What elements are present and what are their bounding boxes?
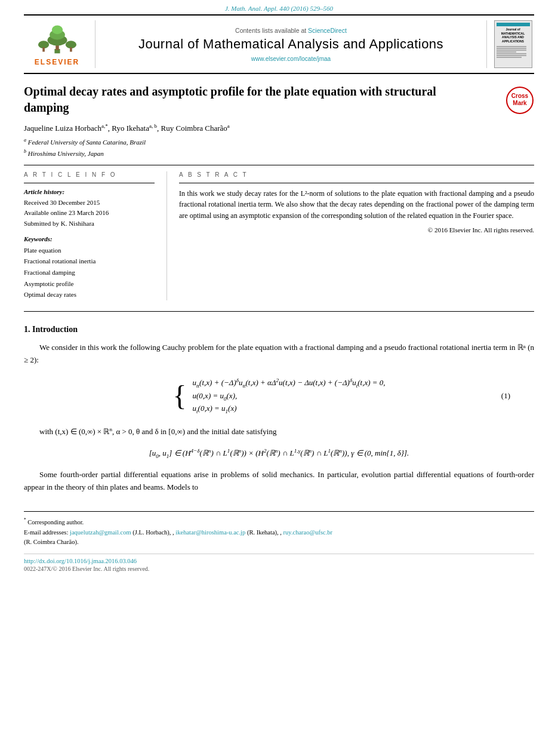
email-ikehata[interactable]: ikehatar@hiroshima-u.ac.jp xyxy=(175,529,245,536)
journal-ref-text: J. Math. Anal. Appl. 440 (2016) 529–560 xyxy=(225,5,333,12)
email-charao[interactable]: ruy.charao@ufsc.br xyxy=(283,529,332,536)
header-divider xyxy=(24,165,534,165)
cover-thumbnail: Journal ofMATHEMATICALANALYSIS ANDAPPLIC… xyxy=(494,20,532,68)
doi-link[interactable]: http://dx.doi.org/10.1016/j.jmaa.2016.03… xyxy=(24,558,534,564)
journal-center: Contents lists available at ScienceDirec… xyxy=(95,20,486,68)
author-sep-2: Ruy Coimbra Charão xyxy=(161,124,227,133)
elsevier-brand: ELSEVIER xyxy=(35,58,79,66)
keywords-label: Keywords: xyxy=(24,235,155,242)
equation-system: utt(t,x) + (−Δ)δutt(t,x) + αΔ2u(t,x) − Δ… xyxy=(193,377,386,414)
keyword-4: Asymptotic profile xyxy=(24,278,155,290)
svg-point-5 xyxy=(38,41,48,48)
keyword-1: Plate equation xyxy=(24,245,155,256)
abstract-text: In this work we study decay rates for th… xyxy=(179,188,534,222)
equation-number: (1) xyxy=(501,391,510,401)
article-history-label: Article history: xyxy=(24,188,155,195)
elsevier-logo: ELSEVIER xyxy=(24,20,95,68)
math-display-1: [u0, u1] ∈ (H4−δ(ℝn) ∩ L1(ℝn)) × (H2(ℝn)… xyxy=(24,448,534,459)
available-date: Available online 23 March 2016 xyxy=(24,208,155,219)
journal-header: ELSEVIER Contents lists available at Sci… xyxy=(24,14,534,74)
issn-line: 0022-247X/© 2016 Elsevier Inc. All right… xyxy=(24,566,534,572)
elsevier-tree-icon xyxy=(33,23,81,56)
svg-rect-7 xyxy=(42,47,45,51)
journal-reference: J. Math. Anal. Appl. 440 (2016) 529–560 xyxy=(0,0,558,14)
journal-cover: Journal ofMATHEMATICALANALYSIS ANDAPPLIC… xyxy=(486,20,534,68)
abstract-column: A B S T R A C T In this work we study de… xyxy=(167,171,534,300)
section-title: Introduction xyxy=(32,325,78,334)
copyright-notice: © 2016 Elsevier Inc. All rights reserved… xyxy=(179,226,534,233)
article-info-label: A R T I C L E I N F O xyxy=(24,171,155,178)
svg-point-6 xyxy=(65,41,76,48)
section-number: 1. xyxy=(24,325,30,334)
section-divider xyxy=(24,311,534,312)
info-section: A R T I C L E I N F O Article history: R… xyxy=(24,171,534,300)
footnote-section: * Corresponding author. E-mail addresses… xyxy=(24,511,534,548)
cover-title: Journal ofMATHEMATICALANALYSIS ANDAPPLIC… xyxy=(501,27,525,43)
svg-text:Mark: Mark xyxy=(513,100,527,106)
paper-title: Optimal decay rates and asymptotic profi… xyxy=(24,84,442,116)
intro-paragraph-3: Some fourth-order partial differential e… xyxy=(24,469,534,494)
math-inline-1: [u0, u1] ∈ (H4−δ(ℝn) ∩ L1(ℝn)) × (H2(ℝn)… xyxy=(149,448,409,459)
affiliations: a Federal University of Santa Catarina, … xyxy=(24,137,534,159)
eq-line-2: u(0,x) = u0(x), xyxy=(193,391,386,402)
journal-title: Journal of Mathematical Analysis and App… xyxy=(138,36,443,52)
email-horbach[interactable]: jaquelutzah@gmail.com xyxy=(70,529,131,536)
equation-1-block: { utt(t,x) + (−Δ)δutt(t,x) + αΔ2u(t,x) −… xyxy=(24,377,534,414)
eq-line-3: ut(0,x) = u1(x) xyxy=(193,404,386,414)
authors-line: Jaqueline Luiza Horbacha,*, Ryo Ikehataa… xyxy=(24,123,534,133)
section-1-heading: 1. Introduction xyxy=(24,325,534,334)
main-content: Cross Mark Optimal decay rates and asymp… xyxy=(24,74,534,572)
contents-line: Contents lists available at ScienceDirec… xyxy=(235,27,347,34)
sciencedirect-link[interactable]: ScienceDirect xyxy=(308,27,347,34)
footnote-name3: (R. Coimbra Charão). xyxy=(24,537,534,548)
eq-line-1: utt(t,x) + (−Δ)δutt(t,x) + αΔ2u(t,x) − Δ… xyxy=(193,377,386,389)
keyword-2: Fractional rotational inertia xyxy=(24,256,155,267)
author-1-sup: a,* xyxy=(101,123,108,129)
crossmark-container: Cross Mark xyxy=(505,86,534,117)
author-3-sup: a xyxy=(227,123,230,129)
info-divider-top xyxy=(24,183,155,183)
abstract-divider xyxy=(179,183,534,183)
intro-paragraph-1: We consider in this work the following C… xyxy=(24,342,534,367)
page: J. Math. Anal. Appl. 440 (2016) 529–560 … xyxy=(0,0,558,756)
abstract-label: A B S T R A C T xyxy=(179,171,534,178)
affiliation-a: a Federal University of Santa Catarina, … xyxy=(24,137,534,147)
footnote-emails: E-mail addresses: jaquelutzah@gmail.com … xyxy=(24,528,534,538)
footnote-corresponding: * Corresponding author. xyxy=(24,517,534,527)
affiliation-b: b Hiroshima University, Japan xyxy=(24,148,534,159)
author-sep-1: Ryo Ikehata xyxy=(112,124,149,133)
introduction-section: 1. Introduction We consider in this work… xyxy=(24,325,534,493)
journal-url[interactable]: www.elsevier.com/locate/jmaa xyxy=(251,56,331,62)
intro-paragraph-2: with (t,x) ∈ (0,∞) × ℝn, α > 0, θ and δ … xyxy=(24,425,534,438)
article-info-column: A R T I C L E I N F O Article history: R… xyxy=(24,171,167,300)
keyword-5: Optimal decay rates xyxy=(24,289,155,300)
svg-rect-8 xyxy=(70,47,72,51)
submitted-by: Submitted by K. Nishihara xyxy=(24,219,155,229)
svg-point-4 xyxy=(51,25,62,34)
author-1: Jaqueline Luiza Horbach xyxy=(24,124,101,133)
svg-text:Cross: Cross xyxy=(511,93,529,99)
received-date: Received 30 December 2015 xyxy=(24,198,155,208)
bottom-bar: http://dx.doi.org/10.1016/j.jmaa.2016.03… xyxy=(24,554,534,572)
crossmark-icon: Cross Mark xyxy=(505,86,534,115)
author-2-sup: a, b xyxy=(149,123,157,129)
equation-brace: { xyxy=(172,382,186,410)
keyword-3: Fractional damping xyxy=(24,267,155,278)
